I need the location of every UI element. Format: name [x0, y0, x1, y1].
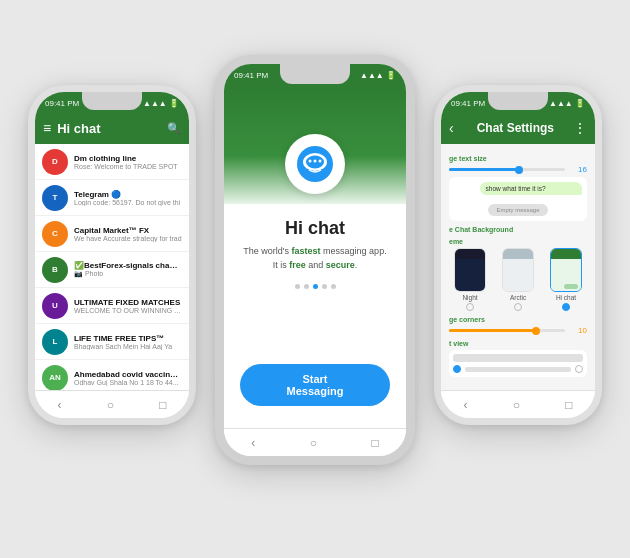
arctic-body — [503, 259, 533, 292]
menu-icon[interactable]: ≡ — [43, 120, 51, 136]
right-bottom-nav: ‹ ○ □ — [441, 390, 595, 418]
center-tagline: The world's fastest messaging app.It is … — [243, 245, 386, 272]
list-item[interactable]: D Dm clothing line Rose: Welcome to TRAD… — [35, 144, 189, 180]
avatar: U — [42, 293, 68, 319]
right-back-icon[interactable]: ‹ — [449, 120, 454, 136]
chat-info: Capital Market™ FX We have Accurate stra… — [74, 226, 182, 242]
list-item[interactable]: B ✅BestForex-signals channel 📷 Photo — [35, 252, 189, 288]
theme-night-radio[interactable] — [466, 303, 474, 311]
right-signal: ▲▲▲ 🔋 — [549, 99, 585, 108]
view-bar — [465, 367, 571, 372]
list-item[interactable]: AN Ahmedabad covid vaccine av... Odhav G… — [35, 360, 189, 390]
chat-info: Telegram 🔵 Login code: 56197. Do not giv… — [74, 190, 182, 206]
theme-hichat-label: Hi chat — [556, 294, 576, 301]
center-home-icon[interactable]: ○ — [310, 436, 317, 450]
theme-arctic[interactable]: Arctic — [497, 248, 539, 311]
empty-bubble: Empty message — [488, 204, 547, 216]
svg-point-4 — [314, 160, 317, 163]
start-messaging-button[interactable]: Start Messaging — [240, 364, 390, 406]
night-body — [455, 259, 485, 292]
chat-preview: We have Accurate strategy for trad — [74, 235, 182, 242]
chat-info: Dm clothing line Rose: Welcome to TRADE … — [74, 154, 182, 170]
left-app-header: ≡ Hi chat 🔍 — [35, 112, 189, 144]
dot-5 — [331, 284, 336, 289]
dot-4 — [322, 284, 327, 289]
right-home-icon[interactable]: ○ — [513, 398, 520, 412]
left-notch — [82, 92, 142, 110]
avatar: D — [42, 149, 68, 175]
avatar: AN — [42, 365, 68, 391]
right-recents-icon[interactable]: □ — [565, 398, 572, 412]
left-header-title: Hi chat — [57, 121, 167, 136]
theme-label: eme — [449, 238, 587, 245]
right-more-icon[interactable]: ⋮ — [573, 120, 587, 136]
center-app-name: Hi chat — [285, 218, 345, 239]
left-bottom-nav: ‹ ○ □ — [35, 390, 189, 418]
list-item[interactable]: T Telegram 🔵 Login code: 56197. Do not g… — [35, 180, 189, 216]
avatar: T — [42, 185, 68, 211]
bubble-preview: show what time it is? Empty message — [449, 177, 587, 221]
night-header — [455, 249, 485, 259]
chat-preview: Bhagwan Sach Mein Hai Aaj Ya — [74, 343, 182, 350]
chat-name: Capital Market™ FX — [74, 226, 182, 235]
theme-row: Night Arctic — [449, 248, 587, 311]
center-body: Hi chat The world's fastest messaging ap… — [224, 204, 406, 428]
recents-nav-icon[interactable]: □ — [159, 398, 166, 412]
list-item[interactable]: L LIFE TIME FREE TIPS™ Bhagwan Sach Mein… — [35, 324, 189, 360]
list-item[interactable]: U ULTIMATE FIXED MATCHES WELCOME TO OUR … — [35, 288, 189, 324]
search-icon[interactable]: 🔍 — [167, 122, 181, 135]
chat-info: Ahmedabad covid vaccine av... Odhav Guj … — [74, 370, 182, 386]
text-size-thumb[interactable] — [515, 166, 523, 174]
center-phone: 09:41 PM ▲▲▲ 🔋 Hi chat The world's faste… — [215, 55, 415, 465]
view-label: t view — [449, 340, 587, 347]
app-logo — [285, 134, 345, 194]
corners-label: ge corners — [449, 316, 587, 323]
hichat-body — [551, 259, 581, 292]
theme-preview-hichat — [550, 248, 582, 292]
right-phone: 09:41 PM ▲▲▲ 🔋 ‹ Chat Settings ⋮ ge text… — [434, 85, 602, 425]
center-time: 09:41 PM — [234, 71, 268, 80]
theme-hichat[interactable]: Hi chat — [545, 248, 587, 311]
right-notch — [488, 92, 548, 110]
center-notch — [280, 64, 350, 84]
avatar: B — [42, 257, 68, 283]
corners-slider[interactable] — [449, 329, 565, 332]
corners-thumb[interactable] — [532, 327, 540, 335]
arctic-header — [503, 249, 533, 259]
center-recents-icon[interactable]: □ — [372, 436, 379, 450]
view-radio-unselected[interactable] — [575, 365, 583, 373]
dots-indicator — [295, 284, 336, 289]
dot-1 — [295, 284, 300, 289]
theme-preview-arctic — [502, 248, 534, 292]
right-back-nav-icon[interactable]: ‹ — [464, 398, 468, 412]
left-signal: ▲▲▲ 🔋 — [143, 99, 179, 108]
chat-preview: Rose: Welcome to TRADE SPOT — [74, 163, 182, 170]
chat-preview: Login code: 56197. Do not give thi — [74, 199, 182, 206]
theme-night[interactable]: Night — [449, 248, 491, 311]
text-size-slider[interactable] — [449, 168, 565, 171]
theme-hichat-radio[interactable] — [562, 303, 570, 311]
chat-name: LIFE TIME FREE TIPS™ — [74, 334, 182, 343]
view-line-1 — [453, 354, 583, 362]
theme-arctic-radio[interactable] — [514, 303, 522, 311]
svg-point-3 — [309, 160, 312, 163]
text-size-row: 16 — [449, 165, 587, 174]
left-phone: 09:41 PM ▲▲▲ 🔋 ≡ Hi chat 🔍 D Dm clothing… — [28, 85, 196, 425]
chat-name: Telegram 🔵 — [74, 190, 182, 199]
hichat-header — [551, 249, 581, 259]
view-radio-selected[interactable] — [453, 365, 461, 373]
chat-preview: 📷 Photo — [74, 270, 182, 278]
right-header-title: Chat Settings — [477, 121, 554, 135]
chat-name: ✅BestForex-signals channel — [74, 261, 182, 270]
theme-night-label: Night — [462, 294, 477, 301]
chat-preview: Odhav Guj Shala No 1 18 To 44... — [74, 379, 182, 386]
list-item[interactable]: C Capital Market™ FX We have Accurate st… — [35, 216, 189, 252]
home-nav-icon[interactable]: ○ — [107, 398, 114, 412]
text-size-label: ge text size — [449, 155, 587, 162]
center-back-icon[interactable]: ‹ — [251, 436, 255, 450]
avatar: L — [42, 329, 68, 355]
settings-body: ge text size 16 show what time it is? Em… — [441, 144, 595, 390]
view-preview — [449, 350, 587, 377]
text-size-fill — [449, 168, 519, 171]
back-nav-icon[interactable]: ‹ — [58, 398, 62, 412]
